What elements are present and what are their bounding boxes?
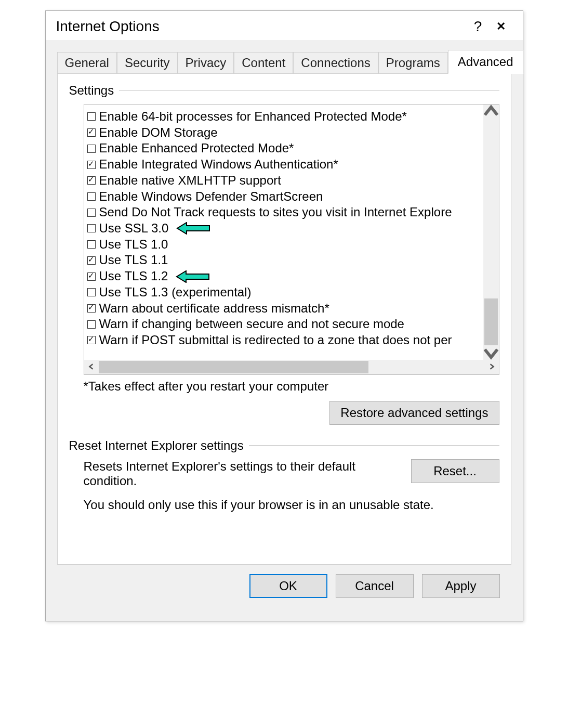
tab-programs[interactable]: Programs — [378, 52, 448, 74]
restart-note: *Takes effect after you restart your com… — [84, 379, 499, 394]
checkbox-checked-icon[interactable] — [87, 336, 96, 344]
checkbox-unchecked-icon[interactable] — [87, 209, 96, 217]
reset-label-text: Reset Internet Explorer settings — [69, 438, 249, 453]
hscroll-track[interactable] — [99, 360, 484, 374]
tab-connections[interactable]: Connections — [293, 52, 378, 74]
checkbox-checked-icon[interactable] — [87, 176, 96, 185]
advanced-panel: Settings Enable 64-bit processes for Enh… — [57, 73, 511, 565]
settings-group-label: Settings — [69, 83, 499, 98]
scroll-thumb[interactable] — [484, 298, 498, 345]
checkbox-checked-icon[interactable] — [87, 128, 96, 137]
setting-label: Use TLS 1.0 — [99, 237, 168, 253]
scroll-up-icon[interactable] — [483, 105, 499, 119]
checkbox-unchecked-icon[interactable] — [87, 320, 96, 329]
settings-list: Enable 64-bit processes for Enhanced Pro… — [84, 105, 483, 360]
checkbox-checked-icon[interactable] — [87, 304, 96, 313]
apply-button[interactable]: Apply — [422, 574, 500, 598]
scroll-down-icon[interactable] — [483, 345, 499, 360]
tab-advanced[interactable]: Advanced — [448, 50, 523, 74]
setting-label: Enable Windows Defender SmartScreen — [99, 189, 323, 205]
setting-item[interactable]: Enable Windows Defender SmartScreen — [87, 189, 480, 205]
group-divider — [119, 90, 499, 91]
setting-item[interactable]: Use SSL 3.0 — [87, 220, 480, 237]
setting-label: Use TLS 1.3 (experimental) — [99, 284, 252, 301]
restore-advanced-button[interactable]: Restore advanced settings — [329, 401, 499, 425]
scroll-left-icon[interactable] — [84, 361, 99, 372]
checkbox-checked-icon[interactable] — [87, 256, 96, 265]
setting-item[interactable]: Enable 64-bit processes for Enhanced Pro… — [87, 109, 480, 125]
setting-label: Use TLS 1.2 — [99, 268, 168, 284]
setting-label: Send Do Not Track requests to sites you … — [99, 204, 452, 220]
setting-label: Enable 64-bit processes for Enhanced Pro… — [99, 109, 407, 125]
setting-label: Use TLS 1.1 — [99, 252, 168, 268]
scroll-track[interactable] — [483, 119, 499, 345]
group-divider — [249, 445, 499, 446]
setting-item[interactable]: Warn if POST submittal is redirected to … — [87, 332, 480, 348]
checkbox-unchecked-icon[interactable] — [87, 192, 96, 201]
tab-general[interactable]: General — [57, 52, 117, 74]
setting-item[interactable]: Use TLS 1.3 (experimental) — [87, 284, 480, 301]
annotation-arrow-icon — [176, 222, 210, 235]
setting-label: Warn about certificate address mismatch* — [99, 301, 329, 317]
close-button[interactable]: ✕ — [490, 20, 512, 33]
reset-description: Resets Internet Explorer's settings to t… — [84, 459, 399, 488]
annotation-arrow-icon — [176, 270, 210, 283]
settings-listbox: Enable 64-bit processes for Enhanced Pro… — [84, 104, 499, 375]
checkbox-unchecked-icon[interactable] — [87, 288, 96, 296]
scroll-right-icon[interactable] — [484, 361, 499, 372]
setting-item[interactable]: Send Do Not Track requests to sites you … — [87, 204, 480, 220]
setting-item[interactable]: Use TLS 1.0 — [87, 237, 480, 253]
vertical-scrollbar[interactable] — [483, 105, 499, 360]
help-button[interactable]: ? — [467, 18, 490, 35]
setting-label: Enable Enhanced Protected Mode* — [99, 140, 294, 157]
dialog-footer: OK Cancel Apply — [57, 565, 511, 609]
dialog-body: GeneralSecurityPrivacyContentConnections… — [46, 40, 523, 621]
reset-button[interactable]: Reset... — [411, 459, 499, 483]
setting-label: Warn if changing between secure and not … — [99, 316, 404, 332]
setting-label: Use SSL 3.0 — [99, 220, 169, 237]
tab-strip: GeneralSecurityPrivacyContentConnections… — [57, 40, 511, 73]
dialog-title: Internet Options — [56, 18, 467, 35]
ok-button[interactable]: OK — [249, 574, 327, 598]
internet-options-dialog: Internet Options ? ✕ GeneralSecurityPriv… — [45, 10, 523, 621]
setting-item[interactable]: Warn about certificate address mismatch* — [87, 301, 480, 317]
checkbox-checked-icon[interactable] — [87, 161, 96, 169]
checkbox-unchecked-icon[interactable] — [87, 145, 96, 153]
settings-label-text: Settings — [69, 83, 120, 98]
setting-item[interactable]: Enable Integrated Windows Authentication… — [87, 157, 480, 173]
setting-item[interactable]: Use TLS 1.1 — [87, 252, 480, 268]
checkbox-unchecked-icon[interactable] — [87, 224, 96, 232]
checkbox-unchecked-icon[interactable] — [87, 240, 96, 249]
tab-privacy[interactable]: Privacy — [178, 52, 234, 74]
setting-item[interactable]: Enable native XMLHTTP support — [87, 173, 480, 189]
tab-security[interactable]: Security — [117, 52, 178, 74]
cancel-button[interactable]: Cancel — [336, 574, 414, 598]
checkbox-checked-icon[interactable] — [87, 272, 96, 281]
horizontal-scrollbar[interactable] — [84, 360, 499, 374]
setting-label: Enable Integrated Windows Authentication… — [99, 157, 338, 173]
setting-item[interactable]: Enable Enhanced Protected Mode* — [87, 140, 480, 157]
checkbox-unchecked-icon[interactable] — [87, 112, 96, 121]
reset-group-label: Reset Internet Explorer settings — [69, 438, 499, 453]
setting-label: Enable DOM Storage — [99, 125, 218, 141]
hscroll-thumb[interactable] — [99, 361, 368, 373]
tab-content[interactable]: Content — [234, 52, 293, 74]
titlebar: Internet Options ? ✕ — [46, 11, 523, 40]
setting-label: Enable native XMLHTTP support — [99, 173, 281, 189]
setting-item[interactable]: Use TLS 1.2 — [87, 268, 480, 284]
reset-warning: You should only use this if your browser… — [84, 498, 499, 512]
setting-label: Warn if POST submittal is redirected to … — [99, 332, 452, 348]
setting-item[interactable]: Enable DOM Storage — [87, 125, 480, 141]
setting-item[interactable]: Warn if changing between secure and not … — [87, 316, 480, 332]
